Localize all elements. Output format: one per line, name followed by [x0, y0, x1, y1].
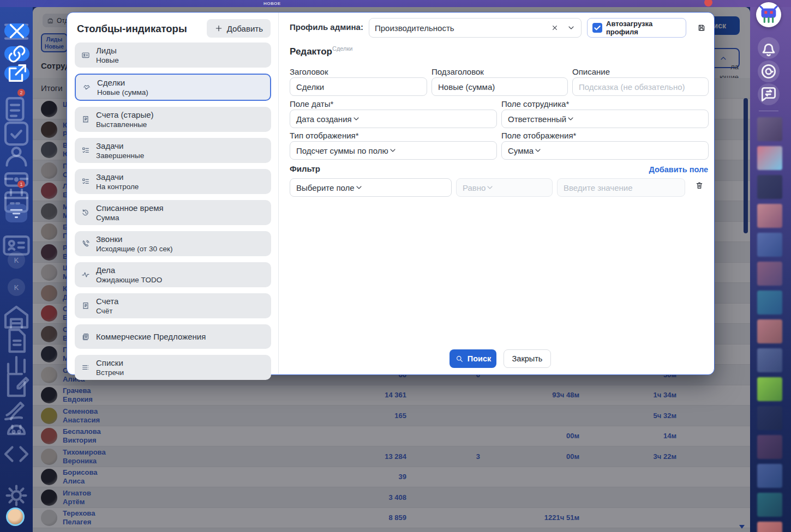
modal-close-label: Закрыть [512, 354, 543, 363]
indicator-item-дела[interactable]: ДелаОжидающие TODO [75, 262, 271, 287]
chevron-down-icon [352, 114, 361, 123]
modal-close-button[interactable]: Закрыть [504, 349, 551, 368]
admin-profile-select[interactable]: Производительность [369, 18, 582, 38]
display-field-select[interactable]: Сумма [501, 141, 709, 160]
blurred-avatar-tile[interactable] [757, 406, 782, 430]
indicator-title: Звонки [96, 234, 172, 244]
new-label: НОВОЕ [263, 1, 281, 6]
display-type-label: Тип отображения* [290, 131, 359, 140]
blurred-avatar-tile[interactable] [757, 464, 782, 488]
employee-field-value: Ответственный [508, 114, 566, 124]
indicator-item-задачи[interactable]: ЗадачиНа контроле [75, 169, 271, 194]
filter-icon[interactable] [5, 204, 27, 222]
indicator-title: Списанное время [96, 203, 164, 213]
subheader-field-input[interactable]: Новые (сумма) [432, 77, 568, 96]
indicator-subtitle: Счёт [96, 306, 118, 316]
blurred-avatar-tile[interactable] [757, 522, 782, 532]
check-icon [593, 23, 602, 32]
blurred-avatar-tile[interactable] [757, 204, 782, 228]
autoload-label: Автозагрузка профиля [606, 20, 681, 36]
header-field-input[interactable]: Сделки [290, 77, 427, 96]
display-type-value: Подсчет суммы по полю [296, 146, 388, 155]
indicator-item-списанное-время[interactable]: Списанное времяСумма [75, 200, 271, 225]
indicator-item-сделки[interactable]: СделкиНовые (сумма) [75, 74, 271, 101]
receipt-ruble-icon [81, 301, 90, 310]
filter-field-placeholder: Выберите поле [296, 183, 355, 192]
blurred-avatar-tile[interactable] [757, 377, 782, 401]
chevron-down-icon [388, 146, 397, 155]
k-avatar-icon[interactable]: K [8, 279, 25, 296]
indicator-item-звонки[interactable]: ЗвонкиИсходящие (от 30 сек) [75, 231, 271, 256]
blurred-avatar-tile[interactable] [757, 348, 782, 372]
k-avatar-icon[interactable]: K [8, 251, 25, 269]
blurred-avatar-tile[interactable] [757, 175, 782, 199]
blurred-avatar-tile[interactable] [757, 117, 782, 141]
external-icon[interactable] [4, 66, 29, 81]
filter-value-input[interactable]: Введите значение [557, 178, 685, 197]
add-button-label: Добавить [227, 24, 263, 33]
editor-context: Сделки [332, 45, 353, 52]
filter-operator-select[interactable]: Равно [456, 178, 553, 197]
indicator-item-счета[interactable]: СчетаСчёт [75, 293, 271, 318]
at-loop-button[interactable] [758, 61, 780, 82]
indicator-title: Счета [96, 296, 118, 306]
blurred-avatar-tile[interactable] [757, 319, 782, 343]
description-field-label: Описание [572, 67, 610, 76]
indicator-item-коммерческие-предложения[interactable]: Коммерческие Предложения [75, 324, 271, 349]
user-photo-icon[interactable] [6, 507, 25, 526]
floppy-icon [697, 23, 706, 32]
date-field-label: Поле даты* [290, 99, 333, 108]
editor-panel: Профиль админа: Производительность Автоз… [279, 13, 714, 374]
id-card-icon [81, 51, 90, 59]
robot-logo[interactable] [756, 2, 781, 27]
autoload-profile-toggle[interactable]: Автозагрузка профиля [587, 18, 686, 38]
badge-count: 1 [17, 180, 25, 188]
chat-sync-icon [758, 83, 780, 105]
blurred-avatar-tile[interactable] [757, 146, 782, 170]
indicator-subtitle: Завершенные [96, 151, 144, 160]
bell-button[interactable] [758, 37, 780, 59]
autoload-checkbox[interactable] [592, 23, 602, 33]
rail-divider [759, 111, 778, 111]
external-icon [4, 61, 29, 86]
code-icon[interactable] [0, 438, 33, 470]
filter-field-select[interactable]: Выберите поле [290, 178, 452, 197]
gear-icon[interactable] [0, 479, 33, 512]
search-icon [455, 354, 464, 363]
outer-top-bar: НОВОЕ [0, 0, 791, 7]
chevron-down-icon [567, 23, 576, 32]
blurred-avatar-tile[interactable] [757, 233, 782, 257]
indicator-item-задачи[interactable]: ЗадачиЗавершенные [75, 138, 271, 163]
list-lines-icon [81, 363, 90, 372]
indicator-list: ЛидыНовыеСделкиНовые (сумма)Счета (стары… [75, 43, 271, 386]
editor-title: Редактор [290, 46, 332, 57]
employee-field-select[interactable]: Ответственный [501, 110, 709, 128]
add-field-link[interactable]: Добавить поле [649, 165, 708, 174]
save-profile-button[interactable] [691, 18, 712, 38]
description-field-input[interactable]: Подсказка (не обязательно) [572, 77, 709, 96]
modal-search-button[interactable]: Поиск [450, 349, 496, 368]
indicator-item-списки[interactable]: СпискиВстречи [75, 355, 271, 380]
clear-profile-icon[interactable] [550, 23, 559, 32]
link-icon[interactable] [4, 46, 29, 61]
indicator-item-лиды[interactable]: ЛидыНовые [75, 43, 271, 68]
subheader-field-label: Подзаголовок [432, 67, 484, 76]
indicator-title: Коммерческие Предложения [96, 331, 206, 342]
indicator-item-счета-старые-[interactable]: Счета (старые)Выставленные [75, 107, 271, 132]
chevron-down-icon [534, 146, 542, 155]
add-indicator-button[interactable]: Добавить [207, 19, 271, 38]
blurred-avatar-tile[interactable] [757, 262, 782, 286]
panel-title: Столбцы-индикаторы [77, 23, 187, 35]
blurred-avatar-tile[interactable] [757, 493, 782, 517]
date-field-select[interactable]: Дата создания [290, 110, 497, 128]
time-history-icon [81, 208, 90, 217]
blurred-avatar-tile[interactable] [757, 291, 782, 315]
chat-sync-button[interactable] [758, 83, 780, 105]
admin-profile-label: Профиль админа: [290, 22, 363, 32]
chevron-down-icon [355, 183, 363, 192]
display-type-select[interactable]: Подсчет суммы по полю [290, 141, 497, 160]
delete-filter-button[interactable] [695, 181, 704, 192]
filter-section-label: Фильтр [290, 164, 320, 173]
close-icon[interactable] [4, 23, 29, 38]
blurred-avatar-tile[interactable] [757, 435, 782, 459]
